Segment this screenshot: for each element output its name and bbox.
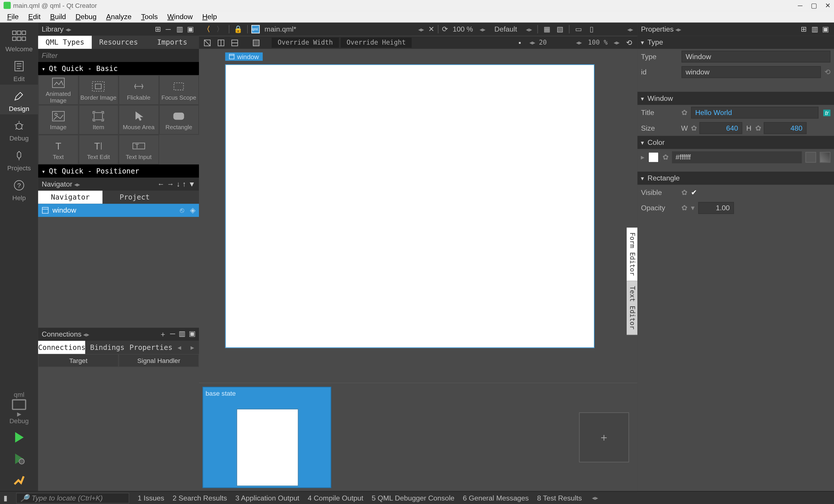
override-width[interactable]: Override Width: [272, 38, 339, 48]
palette-image[interactable]: Image: [38, 105, 79, 135]
tab-navigator[interactable]: Navigator: [38, 191, 103, 204]
nav-up-icon[interactable]: ↑: [182, 180, 186, 188]
toolbar-icon-2[interactable]: ▧: [554, 24, 565, 35]
export-icon[interactable]: ⎋: [180, 206, 184, 215]
palette-text[interactable]: TText: [38, 135, 79, 165]
conn-col-signal[interactable]: Signal Handler: [118, 354, 199, 367]
section-window[interactable]: Window: [637, 92, 834, 105]
canvas-window-surface[interactable]: [225, 64, 594, 348]
section-qtquick-positioner[interactable]: Qt Quick - Positioner: [38, 165, 199, 178]
conn-remove-icon[interactable]: ─: [170, 329, 175, 339]
color-swatch[interactable]: [648, 152, 659, 163]
visible-checkbox[interactable]: ✔: [691, 188, 697, 197]
design-canvas[interactable]: window Form Editor Text Editor: [199, 49, 637, 382]
library-filter[interactable]: Filter: [38, 49, 199, 62]
zoom-stepper[interactable]: ◂▸: [480, 26, 486, 32]
toolbar-icon-3[interactable]: ▭: [573, 24, 584, 35]
library-add-icon[interactable]: ⊞: [155, 25, 163, 33]
reset-view-icon[interactable]: ⟲: [623, 37, 635, 48]
nav-down-icon[interactable]: ↓: [176, 180, 180, 188]
document-name[interactable]: main.qml*: [262, 25, 299, 33]
tab-resources[interactable]: Resources: [92, 36, 145, 49]
palette-text-edit[interactable]: TText Edit: [79, 135, 119, 165]
menu-analyze[interactable]: Analyze: [101, 12, 136, 21]
build-button[interactable]: [0, 469, 38, 491]
menu-file[interactable]: File: [2, 12, 23, 21]
library-split-icon[interactable]: ▥: [176, 25, 185, 33]
library-minus-icon[interactable]: ─: [166, 25, 174, 33]
conn-col-target[interactable]: Target: [38, 354, 119, 367]
visibility-icon[interactable]: ◈: [190, 206, 196, 215]
refresh-icon[interactable]: ⟳: [442, 25, 448, 33]
palette-animated-image[interactable]: Animated Image: [38, 75, 79, 105]
run-button[interactable]: [0, 427, 38, 448]
snap-icon-3[interactable]: [229, 37, 241, 48]
maximize-button[interactable]: ▢: [811, 1, 817, 9]
section-qtquick-basic[interactable]: Qt Quick - Basic: [38, 62, 199, 75]
output-general[interactable]: 6 General Messages: [463, 494, 529, 502]
value-title[interactable]: Hello World: [691, 107, 818, 118]
grid-size[interactable]: 20: [539, 39, 547, 47]
state-base[interactable]: base state: [202, 387, 331, 488]
nav-filter-icon[interactable]: ▼: [188, 180, 195, 188]
opacity-dropdown-icon[interactable]: ▾: [691, 204, 695, 212]
menu-help[interactable]: Help: [197, 12, 222, 21]
color-picker-1[interactable]: [805, 152, 816, 163]
mode-design[interactable]: Design: [0, 85, 38, 114]
outputs-stepper[interactable]: ◂▸: [592, 495, 598, 501]
id-action-icon[interactable]: ⟲: [825, 68, 831, 76]
kit-selector[interactable]: qml ▶ Debug: [0, 389, 38, 427]
prop-add-icon[interactable]: ⊞: [801, 25, 809, 33]
run-debug-button[interactable]: [0, 448, 38, 469]
nav-back-button[interactable]: 〈: [201, 24, 212, 35]
palette-border-image[interactable]: Border Image: [79, 75, 119, 105]
minimize-button[interactable]: ─: [798, 1, 803, 9]
value-opacity[interactable]: 1.00: [698, 202, 734, 214]
snap-icon-2[interactable]: [215, 37, 227, 48]
menu-debug[interactable]: Debug: [71, 12, 101, 21]
value-id[interactable]: window: [681, 66, 821, 78]
doc-dropdown-icon[interactable]: ◂▸: [418, 26, 424, 32]
tab-project[interactable]: Project: [103, 191, 167, 204]
bounds-icon[interactable]: [250, 37, 262, 48]
gear-icon[interactable]: ✿: [691, 124, 697, 132]
conn-split-icon[interactable]: ▥: [179, 329, 185, 339]
tab-connections[interactable]: Connections: [38, 341, 86, 354]
mode-projects[interactable]: Projects: [0, 144, 38, 174]
nav-row-window[interactable]: window ⎋ ◈: [38, 204, 199, 217]
snap-icon-1[interactable]: [201, 37, 213, 48]
prop-close-icon[interactable]: ▣: [822, 25, 831, 33]
tabs-scroll-right[interactable]: ▸: [186, 341, 199, 354]
mode-edit[interactable]: Edit: [0, 55, 38, 85]
doc-close-button[interactable]: ✕: [428, 25, 434, 33]
palette-mouse-area[interactable]: Mouse Area: [118, 105, 159, 135]
nav-right-icon[interactable]: →: [167, 180, 174, 188]
canvas-window-object[interactable]: window: [225, 59, 594, 348]
sidetab-text-editor[interactable]: Text Editor: [627, 281, 637, 335]
tabs-scroll-left[interactable]: ◂: [173, 341, 186, 354]
toolbar-icon-4[interactable]: ▯: [586, 24, 597, 35]
gear-icon[interactable]: ✿: [663, 153, 668, 162]
lock-icon[interactable]: 🔒: [233, 24, 244, 35]
menu-build[interactable]: Build: [45, 12, 71, 21]
output-tests[interactable]: 8 Test Results: [537, 494, 582, 502]
menu-edit[interactable]: Edit: [23, 12, 45, 21]
value-type[interactable]: Window: [681, 51, 830, 63]
palette-item[interactable]: Item: [79, 105, 119, 135]
palette-text-input[interactable]: TText Input: [118, 135, 159, 165]
color-picker-2[interactable]: [820, 152, 831, 163]
palette-flickable[interactable]: Flickable: [118, 75, 159, 105]
prop-split-icon[interactable]: ▥: [811, 25, 820, 33]
menu-window[interactable]: Window: [162, 12, 197, 21]
tab-properties[interactable]: Properties: [129, 341, 173, 354]
value-width[interactable]: 640: [699, 122, 742, 134]
conn-add-icon[interactable]: ＋: [159, 329, 167, 339]
toolbar-icon-1[interactable]: ▦: [542, 24, 552, 35]
sidetab-form-editor[interactable]: Form Editor: [627, 228, 637, 281]
mode-debug[interactable]: Debug: [0, 114, 38, 144]
config-selector[interactable]: Default: [490, 25, 522, 33]
color-tool-icon[interactable]: ▪: [514, 37, 526, 48]
add-state-button[interactable]: ＋: [579, 412, 629, 462]
mode-welcome[interactable]: Welcome: [0, 25, 38, 55]
palette-focus-scope[interactable]: Focus Scope: [159, 75, 199, 105]
